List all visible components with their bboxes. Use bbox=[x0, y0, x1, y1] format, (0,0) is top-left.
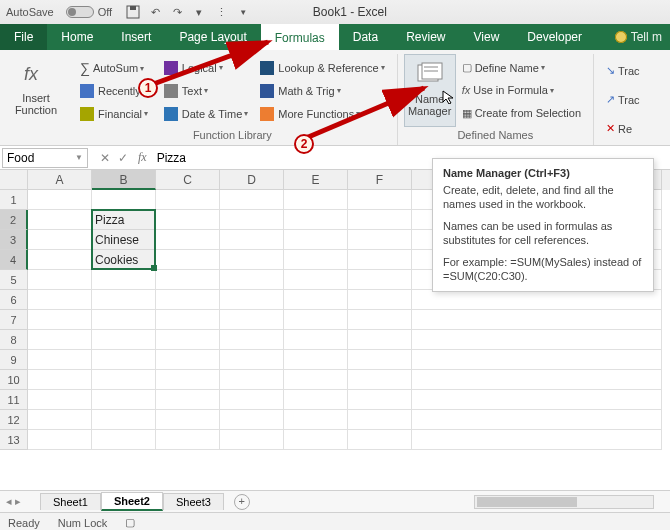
tab-view[interactable]: View bbox=[460, 24, 514, 50]
fx-icon[interactable]: fx bbox=[138, 150, 147, 165]
cell-C2[interactable] bbox=[156, 210, 220, 230]
row-header-8[interactable]: 8 bbox=[0, 330, 28, 350]
cell-E10[interactable] bbox=[284, 370, 348, 390]
cell-E12[interactable] bbox=[284, 410, 348, 430]
enter-formula-button[interactable]: ✓ bbox=[114, 151, 132, 165]
cell-F6[interactable] bbox=[348, 290, 412, 310]
cell-C5[interactable] bbox=[156, 270, 220, 290]
macro-record-icon[interactable]: ▢ bbox=[125, 516, 135, 529]
define-name-button[interactable]: ▢Define Name▾ bbox=[460, 60, 583, 75]
cell-C7[interactable] bbox=[156, 310, 220, 330]
select-all-corner[interactable] bbox=[0, 170, 28, 190]
cell-F2[interactable] bbox=[348, 210, 412, 230]
cell-B3[interactable]: Chinese bbox=[92, 230, 156, 250]
more-functions-button[interactable]: More Functions▾ bbox=[258, 106, 386, 122]
cell-D12[interactable] bbox=[220, 410, 284, 430]
cell-E6[interactable] bbox=[284, 290, 348, 310]
cell-D5[interactable] bbox=[220, 270, 284, 290]
chevron-down-icon[interactable]: ▼ bbox=[75, 153, 83, 162]
cell-filler[interactable] bbox=[412, 350, 662, 370]
cell-B4[interactable]: Cookies bbox=[92, 250, 156, 270]
tab-review[interactable]: Review bbox=[392, 24, 459, 50]
autosave-toggle[interactable] bbox=[66, 6, 94, 18]
cell-E1[interactable] bbox=[284, 190, 348, 210]
row-header-10[interactable]: 10 bbox=[0, 370, 28, 390]
cell-A6[interactable] bbox=[28, 290, 92, 310]
cell-F9[interactable] bbox=[348, 350, 412, 370]
cell-F11[interactable] bbox=[348, 390, 412, 410]
cancel-formula-button[interactable]: ✕ bbox=[96, 151, 114, 165]
col-D[interactable]: D bbox=[220, 170, 284, 190]
redo-icon[interactable]: ↷ bbox=[169, 4, 185, 20]
cell-A10[interactable] bbox=[28, 370, 92, 390]
save-icon[interactable] bbox=[125, 4, 141, 20]
cell-E4[interactable] bbox=[284, 250, 348, 270]
qat-icon-1[interactable]: ▾ bbox=[191, 4, 207, 20]
cell-B1[interactable] bbox=[92, 190, 156, 210]
cell-filler[interactable] bbox=[412, 370, 662, 390]
cell-F7[interactable] bbox=[348, 310, 412, 330]
row-header-5[interactable]: 5 bbox=[0, 270, 28, 290]
cell-A4[interactable] bbox=[28, 250, 92, 270]
cell-filler[interactable] bbox=[412, 430, 662, 450]
insert-function-button[interactable]: fx Insert Function bbox=[10, 54, 62, 145]
col-B[interactable]: B bbox=[92, 170, 156, 190]
sheet-tab-3[interactable]: Sheet3 bbox=[163, 493, 224, 510]
autosum-button[interactable]: ∑AutoSum▾ bbox=[78, 59, 154, 77]
row-header-3[interactable]: 3 bbox=[0, 230, 28, 250]
cell-A3[interactable] bbox=[28, 230, 92, 250]
cell-B5[interactable] bbox=[92, 270, 156, 290]
cell-A12[interactable] bbox=[28, 410, 92, 430]
col-F[interactable]: F bbox=[348, 170, 412, 190]
cell-A2[interactable] bbox=[28, 210, 92, 230]
cell-E7[interactable] bbox=[284, 310, 348, 330]
use-in-formula-button[interactable]: fxUse in Formula▾ bbox=[460, 83, 583, 97]
col-A[interactable]: A bbox=[28, 170, 92, 190]
trace-precedents-button[interactable]: ↘Trac bbox=[604, 63, 642, 78]
trace-dependents-button[interactable]: ↗Trac bbox=[604, 92, 642, 107]
cell-C12[interactable] bbox=[156, 410, 220, 430]
row-header-7[interactable]: 7 bbox=[0, 310, 28, 330]
cell-B11[interactable] bbox=[92, 390, 156, 410]
cell-B2[interactable]: Pizza bbox=[92, 210, 156, 230]
cell-B10[interactable] bbox=[92, 370, 156, 390]
sheet-tab-2[interactable]: Sheet2 bbox=[101, 492, 163, 511]
cell-C4[interactable] bbox=[156, 250, 220, 270]
cell-D10[interactable] bbox=[220, 370, 284, 390]
cell-C6[interactable] bbox=[156, 290, 220, 310]
row-header-1[interactable]: 1 bbox=[0, 190, 28, 210]
cell-E5[interactable] bbox=[284, 270, 348, 290]
tab-formulas[interactable]: Formulas bbox=[261, 24, 339, 50]
tab-home[interactable]: Home bbox=[47, 24, 107, 50]
cell-C3[interactable] bbox=[156, 230, 220, 250]
cell-F8[interactable] bbox=[348, 330, 412, 350]
row-header-2[interactable]: 2 bbox=[0, 210, 28, 230]
cell-A8[interactable] bbox=[28, 330, 92, 350]
undo-icon[interactable]: ↶ bbox=[147, 4, 163, 20]
cell-D4[interactable] bbox=[220, 250, 284, 270]
sheet-tab-1[interactable]: Sheet1 bbox=[40, 493, 101, 510]
cell-E13[interactable] bbox=[284, 430, 348, 450]
cell-C10[interactable] bbox=[156, 370, 220, 390]
cell-A7[interactable] bbox=[28, 310, 92, 330]
col-C[interactable]: C bbox=[156, 170, 220, 190]
cell-A13[interactable] bbox=[28, 430, 92, 450]
tab-page-layout[interactable]: Page Layout bbox=[165, 24, 260, 50]
cell-F3[interactable] bbox=[348, 230, 412, 250]
add-sheet-button[interactable]: + bbox=[234, 494, 250, 510]
cell-filler[interactable] bbox=[412, 330, 662, 350]
cell-C9[interactable] bbox=[156, 350, 220, 370]
cell-A5[interactable] bbox=[28, 270, 92, 290]
cell-B6[interactable] bbox=[92, 290, 156, 310]
cell-B13[interactable] bbox=[92, 430, 156, 450]
cell-C13[interactable] bbox=[156, 430, 220, 450]
cell-D9[interactable] bbox=[220, 350, 284, 370]
cell-filler[interactable] bbox=[412, 290, 662, 310]
row-header-4[interactable]: 4 bbox=[0, 250, 28, 270]
cell-D6[interactable] bbox=[220, 290, 284, 310]
col-E[interactable]: E bbox=[284, 170, 348, 190]
cell-D13[interactable] bbox=[220, 430, 284, 450]
row-header-6[interactable]: 6 bbox=[0, 290, 28, 310]
scrollbar-thumb[interactable] bbox=[477, 497, 577, 507]
cell-F13[interactable] bbox=[348, 430, 412, 450]
